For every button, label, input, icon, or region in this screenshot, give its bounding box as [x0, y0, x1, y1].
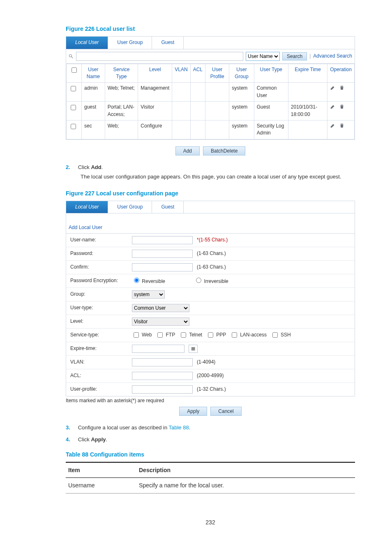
advanced-search-link[interactable]: Advanced Search: [313, 53, 352, 60]
service-ppp[interactable]: PPP: [206, 331, 226, 339]
username-input[interactable]: [132, 236, 193, 244]
cell-vlan: [172, 121, 190, 139]
acl-hint: (2000-4999): [197, 372, 224, 379]
service-ssh[interactable]: SSH: [271, 331, 291, 339]
search-bar: User Name Search | Advanced Search: [66, 49, 355, 64]
step-4: 4. Click Apply.: [66, 436, 355, 444]
tab-local-user[interactable]: Local User: [66, 201, 108, 213]
confirm-input[interactable]: [132, 263, 193, 271]
calendar-icon[interactable]: ▦: [189, 345, 198, 353]
cell-expire: [288, 83, 327, 102]
cell-operation: [327, 121, 355, 139]
step-2-text-a: Click: [78, 164, 91, 170]
service-ftp[interactable]: FTP: [156, 331, 175, 339]
reversible-option[interactable]: Reversible: [132, 276, 165, 285]
td-item: Username: [66, 478, 136, 493]
username-label: User-name:: [70, 236, 132, 243]
search-input[interactable]: [76, 52, 243, 61]
irreversible-text: Irreversible: [204, 278, 228, 284]
cell-profile: [205, 83, 229, 102]
tab-user-group[interactable]: User Group: [108, 37, 152, 49]
cell-profile: [205, 102, 229, 121]
usertype-select[interactable]: Common User: [132, 304, 189, 312]
search-field-select[interactable]: User Name: [246, 52, 280, 61]
service-lan[interactable]: LAN-access: [230, 331, 267, 339]
step-2-text-b: Add: [91, 164, 101, 170]
step-2-desc: The local user configuration page appear…: [81, 173, 355, 181]
search-button[interactable]: Search: [282, 52, 307, 60]
select-all-checkbox[interactable]: [71, 67, 77, 73]
cell-acl: [190, 102, 205, 121]
tab-local-user[interactable]: Local User: [66, 37, 108, 49]
batch-delete-button[interactable]: BatchDelete: [203, 146, 245, 155]
tab-user-group[interactable]: User Group: [108, 201, 152, 213]
edit-icon[interactable]: [330, 104, 336, 109]
local-user-config-screenshot: Local User User Group Guest Add Local Us…: [66, 201, 355, 396]
step-4-number: 4.: [66, 436, 76, 444]
trash-icon[interactable]: [339, 85, 345, 90]
th-user-name: User Name: [82, 64, 105, 83]
row-checkbox[interactable]: [71, 105, 76, 110]
irreversible-option[interactable]: Irreversible: [194, 276, 228, 285]
divider: |: [309, 53, 311, 60]
table-row: guest Portal; LAN-Access; Visitor system…: [67, 102, 355, 121]
th-user-profile: User Profile: [205, 64, 229, 83]
tab-bar-2: Local User User Group Guest: [66, 201, 355, 213]
cancel-button[interactable]: Cancel: [210, 407, 241, 416]
vlan-input[interactable]: [132, 358, 193, 366]
group-select[interactable]: system: [132, 290, 165, 299]
table-88-link[interactable]: Table 88: [169, 424, 189, 431]
cell-operation: [327, 102, 355, 121]
cell-vlan: [172, 102, 190, 121]
cell-service: Portal; LAN-Access;: [105, 102, 138, 121]
level-select[interactable]: Visitor: [132, 317, 189, 326]
page-number: 232: [66, 518, 355, 526]
step-3: 3. Configure a local user as described i…: [66, 424, 355, 432]
row-checkbox[interactable]: [71, 124, 76, 129]
vlan-hint: (1-4094): [197, 359, 215, 366]
cell-level: Configure: [138, 121, 172, 139]
add-local-user-heading: Add Local User: [66, 221, 355, 233]
tab-guest[interactable]: Guest: [152, 37, 184, 49]
button-row: Add BatchDelete: [66, 146, 355, 155]
edit-icon[interactable]: [330, 123, 336, 128]
figure-226-caption: Figure 226 Local user list: [66, 25, 355, 33]
svc-web-text: Web: [142, 331, 152, 338]
trash-icon[interactable]: [339, 123, 345, 128]
cell-utype: Common User: [254, 83, 288, 102]
edit-icon[interactable]: [330, 85, 336, 90]
step-2-number: 2.: [66, 164, 76, 171]
cell-username: admin: [82, 83, 105, 102]
cell-expire: 2010/10/31-18:00:00: [288, 102, 327, 121]
cell-utype: Security Log Admin: [254, 121, 288, 139]
acl-input[interactable]: [132, 372, 193, 380]
cell-acl: [190, 83, 205, 102]
cell-service: Web;: [105, 121, 138, 139]
tab-bar: Local User User Group Guest: [66, 37, 355, 49]
step-4-text-a: Click: [78, 436, 91, 443]
profile-input[interactable]: [132, 385, 193, 394]
username-hint: *(1-55 Chars.): [197, 236, 228, 243]
svg-line-1: [71, 56, 73, 58]
cell-username: guest: [82, 102, 105, 121]
cell-utype: Guest: [254, 102, 288, 121]
add-button[interactable]: Add: [175, 146, 200, 155]
service-telnet[interactable]: Telnet: [179, 331, 202, 339]
expire-input[interactable]: [132, 345, 184, 353]
th-level: Level: [138, 64, 172, 83]
tab-guest[interactable]: Guest: [152, 201, 184, 213]
trash-icon[interactable]: [339, 104, 345, 109]
th-acl: ACL: [190, 64, 205, 83]
apply-button[interactable]: Apply: [179, 407, 207, 416]
expire-label: Expire-time:: [70, 345, 132, 352]
service-web[interactable]: Web: [132, 331, 152, 339]
row-checkbox[interactable]: [71, 86, 76, 91]
usertype-label: User-type:: [70, 304, 132, 311]
password-label: Password:: [70, 250, 132, 257]
user-list-table: User Name Service Type Level VLAN ACL Us…: [66, 64, 355, 139]
table-88-caption: Table 88 Configuration items: [66, 450, 355, 459]
group-label: Group:: [70, 291, 132, 298]
apply-cancel-row: Apply Cancel: [66, 407, 355, 416]
password-input[interactable]: [132, 250, 193, 258]
cell-profile: [205, 121, 229, 139]
